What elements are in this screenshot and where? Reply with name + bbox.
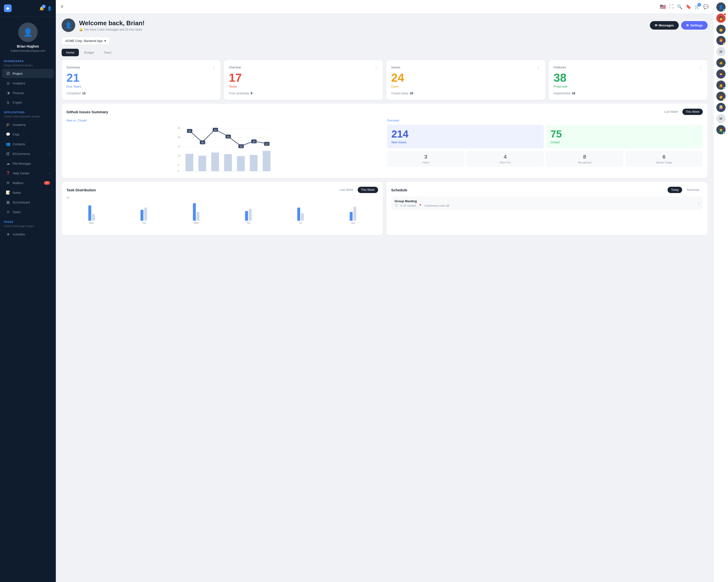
sidebar-item-activities[interactable]: ★ Activities [2,230,54,239]
right-avatar-7[interactable]: 🧑‍🦱 [717,81,726,90]
topbar: ≡ 🇺🇸 ⛶ 🔍 🔖 🛒 5 💬 [56,0,713,13]
welcome-left: 👤 Welcome back, Brian! 🔔 You have 2 new … [62,19,145,32]
sidebar-item-academy[interactable]: 🎓 Academy [2,120,54,129]
svg-text:Thu: Thu [226,173,230,173]
sidebar-item-scrumboard[interactable]: ▦ Scrumboard [2,198,54,207]
sidebar-item-label: Help Center [12,171,29,175]
hamburger-button[interactable]: ≡ [61,4,63,9]
closed-label: Closed [551,141,560,144]
pages-label: PAGES [0,217,56,225]
scrumboard-icon: ▦ [6,200,10,204]
messages-button[interactable]: 💬 [703,4,709,9]
welcome-header: 👤 Welcome back, Brian! 🔔 You have 2 new … [62,19,708,32]
away-indicator [723,43,725,45]
sidebar-item-label: Activities [12,232,25,236]
right-avatar-m2[interactable]: M [717,114,726,123]
bar-group-sat: Sat [328,199,378,224]
sidebar-item-help-center[interactable]: ❓ Help Center › [2,169,54,178]
kebab-menu-icon[interactable]: ⋮ [537,65,540,70]
kebab-menu-icon[interactable]: ⋮ [374,65,378,70]
fixed-label: Fixed [389,161,463,164]
stat-footer: Closed today: 19 [391,92,540,95]
needs-triage-label: Needs Triage [627,161,701,164]
right-avatar-4[interactable]: 👩‍🦰 [717,36,726,45]
cart-badge: 5 [697,3,701,6]
sidebar-item-tasks[interactable]: ⊙ Tasks [2,207,54,217]
gear-icon: ⚙ [686,24,689,27]
svg-rect-16 [237,156,245,171]
wont-fix-number: 4 [468,154,542,160]
sidebar-item-mailbox[interactable]: ✉ Mailbox 27 [2,178,54,188]
notification-button[interactable]: 🔔 3 [39,6,44,11]
sidebar-item-label: Analytics [12,82,25,85]
right-panel: 👤 👩 👨 👩‍🦰 M 🧔 👩‍🦱 🧑‍🦱 👩 👩‍🦳 M 👨‍🦱 [713,0,728,582]
svg-text:45: 45 [178,127,181,130]
stat-footer: From yesterday: 9 [229,92,378,95]
bar-group-fri: Fri [276,199,326,224]
mini-card-reopened: 8 Re-opened [546,151,623,167]
svg-text:Sat: Sat [252,173,256,173]
right-avatar-8[interactable]: 👩 [717,92,726,101]
fixed-number: 3 [389,154,463,160]
tab-team[interactable]: Team [100,49,116,56]
settings-button[interactable]: ⚙ Settings [681,21,708,30]
right-avatar-2[interactable]: 👩 [717,13,726,23]
bar-label: Mon [89,222,94,224]
stat-footer: Implemented: 16 [553,92,703,95]
sidebar-item-finance[interactable]: ◑ Finance [2,88,54,98]
sidebar-item-analytics[interactable]: ◎ Analytics [2,79,54,88]
tab-home[interactable]: Home [62,49,79,56]
chevron-right-icon[interactable]: › [698,201,699,205]
toggle-group: Last Week This Week [661,109,703,115]
sidebar-item-crypto[interactable]: $ Crypto [2,98,54,107]
schedule-toggle-group: Today Tomorrow [668,187,703,193]
right-avatar-5[interactable]: 🧔 [717,58,726,67]
sidebar-item-file-manager[interactable]: ☁ File Manager [2,159,54,168]
toggle-last-week[interactable]: Last Week [661,109,681,115]
fullscreen-button[interactable]: ⛶ [669,4,674,9]
sidebar-item-project[interactable]: ☑ Project [2,69,54,78]
stat-label: Tasks [229,85,378,88]
schedule-item-name: Group Meeting [395,199,449,203]
sidebar-item-label: Finance [12,91,24,95]
task-last-week-button[interactable]: Last Week [336,187,357,193]
right-avatar-m1[interactable]: M [717,47,726,56]
stat-number: 38 [553,72,703,84]
stat-title: Features [553,65,566,69]
right-avatar-1[interactable]: 👤 [717,2,726,11]
sidebar-item-label: ECommerce [12,152,30,156]
project-selector[interactable]: ACME Corp. Backend App ▾ [62,37,110,45]
reopened-label: Re-opened [548,161,622,164]
right-avatar-6[interactable]: 👩‍🦱 [717,70,726,79]
sidebar-item-label: Crypto [12,101,22,104]
app-logo[interactable]: ◆ [4,4,11,12]
schedule-tomorrow-button[interactable]: Tomorrow [683,187,703,193]
search-button[interactable]: 🔍 [677,4,682,9]
right-avatar-9[interactable]: 👩‍🦳 [717,103,726,112]
svg-text:Tue: Tue [200,173,204,173]
bar-gray [249,209,252,221]
right-avatar-3[interactable]: 👨 [717,25,726,34]
overview-top: 214 New Issues 75 Closed [387,124,703,148]
schedule-location: Conference room 1B [424,204,449,207]
sidebar-item-contacts[interactable]: 👥 Contacts [2,139,54,149]
bar-blue [88,205,91,221]
sidebar-item-ecommerce[interactable]: 🛒 ECommerce › [2,149,54,158]
right-avatar-10[interactable]: 👨‍🦱 [717,125,726,134]
sidebar-item-chat[interactable]: 💬 Chat [2,130,54,139]
tab-budget[interactable]: Budget [80,49,99,56]
sidebar-item-label: Chat [12,133,19,136]
flag-icon[interactable]: 🇺🇸 [660,4,666,10]
kebab-menu-icon[interactable]: ⋮ [699,65,703,70]
cart-button[interactable]: 🛒 5 [695,4,700,9]
bar-label: Wed [193,222,199,224]
task-this-week-button[interactable]: This Week [358,187,378,193]
bookmark-button[interactable]: 🔖 [686,4,691,9]
file-manager-icon: ☁ [6,161,10,166]
sidebar-item-notes[interactable]: 📝 Notes [2,188,54,197]
profile-icon-button[interactable]: 👤 [47,6,52,11]
toggle-this-week[interactable]: This Week [682,109,703,115]
messages-button[interactable]: ✉ Messages [650,21,679,30]
kebab-menu-icon[interactable]: ⋮ [212,65,216,70]
schedule-today-button[interactable]: Today [668,187,682,193]
